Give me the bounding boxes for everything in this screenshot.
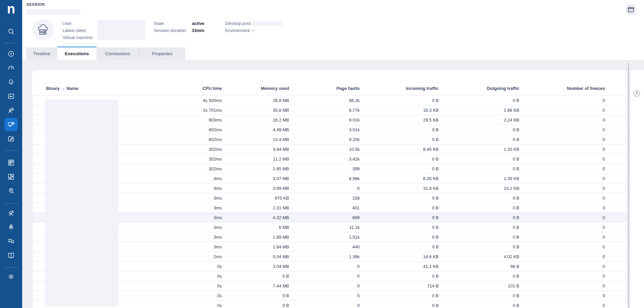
session-header: SESSION User Latest client Virtual machi… (22, 0, 644, 47)
column-header-page-faults[interactable]: Page faults (289, 70, 360, 95)
table-row[interactable]: 602ms4.49 MB3.51k0 B0 B0 (32, 125, 627, 135)
sidebar-item-book[interactable] (4, 249, 18, 262)
row-filler (605, 144, 627, 154)
sidebar: n (0, 0, 22, 308)
metric-cell: 4.49 MB (222, 125, 289, 134)
table-row[interactable]: 3ms1.89 MB1.51k0 B0 B0 (32, 232, 627, 242)
sidebar-divider (4, 267, 18, 268)
metric-cell: 3ms (173, 223, 222, 232)
table-row[interactable]: 0s7.44 MB0714 B101 B0 (32, 281, 627, 291)
table-row[interactable]: 0s3.04 MB041.1 KB96 B0 (32, 262, 627, 271)
sidebar-item-telescope[interactable] (4, 206, 18, 220)
column-header-binary-name[interactable]: Binary → Name (32, 70, 173, 95)
metric-cell: 0 (519, 125, 605, 134)
sidebar-item-grid-modules[interactable] (4, 156, 18, 169)
sidebar-item-history-search[interactable] (4, 25, 18, 38)
book-icon (7, 252, 15, 259)
sidebar-item-fingerprint-search[interactable] (4, 184, 18, 198)
metric-cell: 0 (519, 291, 605, 300)
sidebar-item-bell[interactable] (4, 75, 18, 89)
table-row[interactable]: 3ms975 KB1580 B0 B0 (32, 193, 627, 203)
table-row[interactable]: 302ms11.2 MB3.42k0 B0 B0 (32, 154, 627, 164)
table-row[interactable]: 0s0 B00 B0 B0 (32, 291, 627, 301)
column-header-cpu-time[interactable]: CPU time (173, 70, 222, 95)
sidebar-item-note-edit[interactable] (4, 132, 18, 145)
table-row[interactable]: 603ms16.2 MB9.01k29.5 KB2.24 KB0 (32, 115, 627, 125)
compass-icon (7, 50, 15, 58)
metric-cell: 3ms (173, 203, 222, 212)
table-row[interactable]: 4ms3.07 MB8.96k6.35 KB1.35 KB0 (32, 174, 627, 183)
metric-cell: 26.8 MB (222, 96, 289, 105)
metric-cell: 0 (519, 281, 605, 290)
cloud-server-icon (37, 24, 49, 36)
metric-cell: 11.2 MB (222, 154, 289, 164)
table-row[interactable]: 302ms2.65 MB3990 B0 B0 (32, 164, 627, 174)
table-row[interactable]: 4s 500ms26.8 MB86.2k0 B0 B0 (32, 96, 627, 105)
metric-cell: 14.2 KB (439, 183, 519, 193)
bell-icon (7, 78, 15, 86)
metric-cell: 440 (289, 242, 360, 251)
environment-label: Environment (225, 27, 251, 34)
row-filler (605, 115, 627, 125)
sidebar-item-monitor-cube[interactable] (4, 118, 18, 131)
metric-cell: 0 B (439, 164, 519, 173)
app-logo[interactable]: n (0, 1, 22, 17)
sidebar-item-person-search[interactable] (4, 104, 18, 117)
metric-cell: 0s (173, 301, 222, 308)
row-filler (605, 164, 627, 173)
table-row[interactable]: 602ms13.4 MB9.20k0 B0 B0 (32, 135, 627, 144)
chat-bubbles-icon (7, 238, 15, 245)
monitor-cube-icon (7, 121, 15, 128)
metric-cell: 6.77k (289, 105, 360, 115)
table-row[interactable]: 3ms6 MB11.1k0 B0 B0 (32, 223, 627, 232)
row-filler (605, 96, 627, 105)
tab-executions[interactable]: Executions (57, 46, 96, 60)
metric-cell: 158 (289, 193, 360, 203)
table-row[interactable]: 302ms3.84 MB10.5k8.45 KB1.20 KB0 (32, 144, 627, 154)
row-filler (605, 271, 627, 281)
metric-cell: 3.51k (289, 125, 360, 134)
vertical-scrollbar[interactable] (628, 63, 629, 308)
table-header-row: Binary → Name CPU time Memory used Page … (32, 70, 627, 96)
metric-cell: 1.35 KB (439, 174, 519, 183)
table-row[interactable]: 3ms4.32 MB8890 B0 B0 (32, 213, 627, 223)
row-filler (605, 154, 627, 164)
sidebar-item-settings[interactable] (4, 270, 18, 283)
table-row[interactable]: 0s0 B00 B0 B0 (32, 271, 627, 281)
table-row[interactable]: 2s 701ms35.8 MB6.77k15.3 KB1.88 KB0 (32, 105, 627, 115)
column-header-outgoing-traffic[interactable]: Outgoing traffic (439, 70, 519, 95)
tab-connections[interactable]: Connections (96, 47, 139, 60)
sidebar-item-chart-window[interactable] (4, 90, 18, 103)
metric-cell: 2ms (173, 252, 222, 261)
table-row[interactable]: 2ms5.04 MB1.36k14.6 KB4.02 KB0 (32, 252, 627, 262)
person-search-icon (7, 107, 15, 114)
column-header-memory-used[interactable]: Memory used (222, 70, 289, 95)
row-filler (605, 242, 627, 251)
tab-properties[interactable]: Properties (139, 47, 185, 60)
table-row[interactable]: 3ms1.84 MB4400 B0 B0 (32, 242, 627, 252)
tab-timeline[interactable]: Timeline (26, 47, 57, 60)
tab-bar: Timeline Executions Connections Properti… (22, 46, 644, 60)
column-header-incoming-traffic[interactable]: Incoming traffic (360, 70, 439, 95)
help-icon[interactable]: ? (634, 90, 640, 97)
row-filler (605, 223, 627, 232)
metric-cell: 0 B (439, 203, 519, 212)
table-row[interactable]: 3ms2.31 MB4010 B0 B0 (32, 203, 627, 213)
sidebar-item-compass[interactable] (4, 47, 18, 61)
metric-cell: 9.20k (289, 135, 360, 144)
table-row[interactable]: 0s0 B00 B0 B0 (32, 301, 627, 308)
metric-cell: 0 (519, 193, 605, 203)
layout-toggle-button[interactable] (626, 5, 636, 15)
metric-cell: 3.99 MB (222, 183, 289, 193)
sidebar-item-layout-blocks[interactable] (4, 170, 18, 183)
executions-table-card: Binary → Name CPU time Memory used Page … (32, 70, 627, 308)
column-header-number-of-freezes[interactable]: Number of freezes (519, 70, 605, 95)
table-row[interactable]: 4ms3.99 MB031.8 KB14.2 KB0 (32, 183, 627, 193)
sidebar-item-chat-bubbles[interactable] (4, 235, 18, 248)
binary-name-column-redacted (45, 99, 119, 307)
sidebar-divider (4, 150, 18, 151)
metric-cell: 0 (289, 291, 360, 300)
sidebar-item-speedometer[interactable] (4, 61, 18, 75)
sidebar-item-rocket[interactable] (4, 220, 18, 234)
row-filler (605, 301, 627, 308)
